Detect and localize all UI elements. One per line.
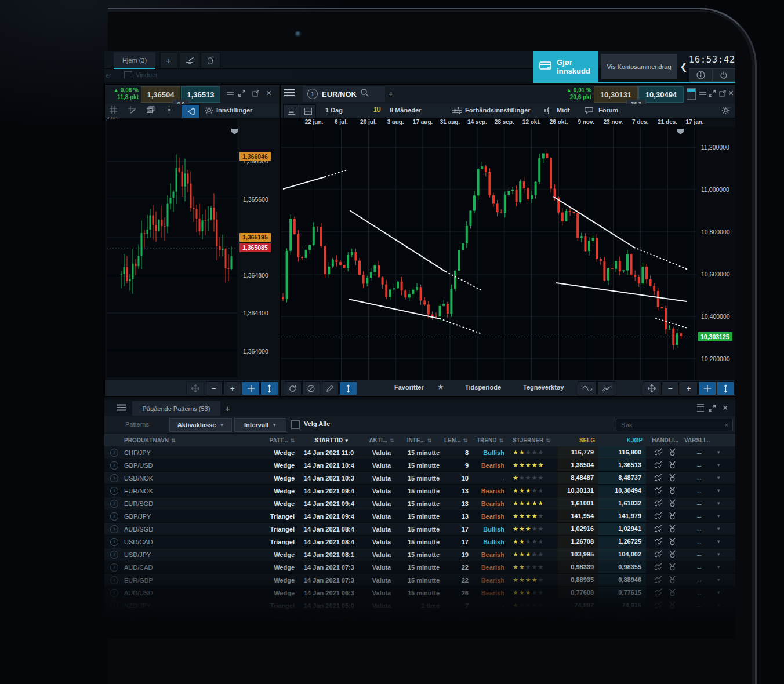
info-icon[interactable]: i [104, 487, 124, 495]
col-pattern[interactable]: PATT...⇅ [217, 437, 298, 443]
pencil-tool-button[interactable] [321, 381, 339, 395]
col-kjop[interactable]: KJØP [598, 437, 646, 443]
filter-patterns-label[interactable]: Patterns [125, 421, 149, 428]
pan-tool-button[interactable] [186, 381, 204, 395]
sell-price-button[interactable]: 1,61001 [558, 497, 598, 510]
autoscale-button[interactable] [717, 381, 735, 395]
pattern-row[interactable]: iEUR/NOKWedge14 Jan 2021 09:4Valuta15 mi… [104, 485, 735, 497]
add-symbol-tab-button[interactable]: + [389, 89, 394, 99]
autoscale-button[interactable] [260, 381, 278, 395]
presets-button[interactable]: Forhåndsinnstillinger [465, 107, 530, 114]
buy-price-button[interactable]: 116,800 [598, 446, 646, 459]
trade-chart-icon[interactable] [654, 448, 663, 457]
alert-cell[interactable]: --▼ [684, 462, 731, 469]
info-button[interactable] [689, 68, 712, 82]
pattern-row[interactable]: iUSD/NOKWedge14 Jan 2021 10:3Valuta15 mi… [104, 472, 735, 485]
sell-price-button[interactable]: 1,02916 [558, 523, 598, 535]
price-range-tool-button[interactable] [339, 381, 357, 395]
buy-price-button[interactable]: 126,274 [598, 612, 646, 624]
new-tab-button[interactable]: + [225, 403, 230, 413]
pointer-tool-button[interactable] [182, 104, 200, 118]
search-input[interactable] [616, 421, 725, 428]
alert-cell[interactable]: --▼ [684, 449, 731, 456]
layout-selector-icon[interactable] [687, 88, 696, 100]
buy-price-button[interactable]: 10,30494 [598, 485, 646, 497]
pattern-row[interactable]: iEUR/GBPWedge14 Jan 2021 07:3Valuta15 mi… [104, 574, 735, 587]
trade-chart-icon[interactable] [654, 499, 663, 508]
alert-medal-icon[interactable] [669, 588, 676, 598]
alert-cell[interactable]: --▼ [684, 615, 731, 622]
settings-label[interactable]: Innstillinger [216, 107, 252, 114]
sell-price-button[interactable]: 74,897 [558, 599, 598, 612]
alert-cell[interactable]: --▼ [684, 577, 731, 584]
main-chart-canvas[interactable] [281, 127, 696, 380]
info-icon[interactable]: i [104, 525, 124, 533]
alert-medal-icon[interactable] [669, 576, 676, 585]
forum-button[interactable]: Forum [598, 107, 618, 114]
gear-icon[interactable] [721, 106, 730, 115]
zoom-in-button[interactable]: + [223, 381, 241, 395]
interval-dropdown[interactable]: Intervall▼ [234, 418, 286, 432]
tab-pagaende-patterns[interactable]: Pågående Patterns (53) [132, 401, 220, 416]
alert-medal-icon[interactable] [669, 563, 676, 572]
edit-workspace-icon[interactable] [180, 52, 199, 68]
trade-chart-icon[interactable] [654, 550, 663, 559]
info-icon[interactable]: i [104, 461, 124, 470]
sell-price-button[interactable]: 103,995 [558, 548, 598, 561]
period-button[interactable]: 1 Dag [325, 107, 343, 114]
new-window-mouse-icon[interactable] [201, 52, 220, 68]
menu-icon[interactable] [117, 404, 126, 411]
clear-search-icon[interactable]: × [725, 421, 732, 428]
left-chart-canvas[interactable] [107, 119, 237, 377]
alert-medal-icon[interactable] [669, 627, 676, 636]
info-icon[interactable]: i [104, 500, 124, 508]
sell-price-button[interactable]: 1,26708 [558, 536, 598, 548]
menu-icon[interactable] [284, 89, 295, 97]
pattern-row[interactable]: iAUD/CADWedge14 Jan 2021 07:3Valuta15 mi… [104, 561, 735, 574]
expand-icon[interactable] [709, 90, 716, 97]
buy-price-button[interactable]: 104,002 [598, 548, 646, 561]
close-icon[interactable]: × [723, 403, 728, 413]
trade-chart-icon[interactable] [654, 576, 663, 584]
pattern-row[interactable]: iNZD/JPYTriangel14 Jan 2021 05:0Valuta1 … [104, 599, 735, 612]
alert-cell[interactable]: --▼ [684, 551, 731, 558]
zoom-out-button[interactable]: − [205, 381, 223, 395]
col-sel g[interactable]: SELG [558, 437, 598, 443]
layout-grid-icon[interactable] [300, 104, 316, 118]
trade-chart-icon[interactable] [654, 563, 663, 572]
trade-chart-icon[interactable] [654, 627, 663, 635]
alert-medal-icon[interactable] [669, 474, 676, 483]
info-icon[interactable]: i [104, 627, 124, 635]
alert-cell[interactable]: --▼ [684, 500, 731, 507]
pattern-row[interactable]: iAUD/SGDTriangel14 Jan 2021 08:4Valuta15… [104, 523, 735, 536]
pattern-row[interactable]: iCHF/JPYWedge14 Jan 2021 11:0Valuta15 mi… [104, 446, 735, 459]
alert-medal-icon[interactable] [669, 512, 676, 521]
zoom-in-button[interactable]: + [680, 381, 698, 395]
info-icon[interactable]: i [104, 551, 124, 559]
alert-medal-icon[interactable] [669, 601, 676, 610]
close-icon[interactable]: × [728, 88, 734, 99]
layers-tool-icon[interactable] [147, 106, 155, 114]
trade-chart-icon[interactable] [654, 474, 663, 482]
buy-price-button[interactable]: 141,979 [598, 510, 646, 522]
buy-price-button[interactable]: 8,48737 [598, 472, 646, 484]
alert-cell[interactable]: --▼ [684, 539, 731, 545]
sell-price-button[interactable]: 1,36504 [558, 459, 598, 471]
trade-chart-icon[interactable] [654, 512, 663, 521]
crosshair-mode-button[interactable] [698, 381, 716, 395]
info-icon[interactable]: i [104, 563, 124, 572]
buy-price-button[interactable]: 1,26725 [598, 536, 646, 548]
col-intervall[interactable]: INTE...⇅ [398, 437, 441, 443]
col-lengde[interactable]: LEN...⇅ [441, 437, 471, 443]
power-button[interactable] [712, 68, 735, 82]
info-icon[interactable]: i [104, 512, 124, 521]
close-icon[interactable]: × [266, 88, 271, 99]
buy-price-button[interactable]: 1,02941 [598, 523, 646, 535]
refresh-button[interactable] [284, 381, 302, 395]
buy-price-button[interactable]: 74,916 [598, 599, 646, 612]
pattern-row[interactable]: iUSD/CADTriangel14 Jan 2021 08:4Valuta15… [104, 536, 735, 548]
left-price-axis[interactable]: 1,3660001,3656001,3648001,3644001,364000… [238, 119, 279, 377]
account-summary-button[interactable]: Vis Kontosammendrag [601, 54, 677, 79]
alert-cell[interactable]: --▼ [684, 602, 731, 609]
sell-price-button[interactable]: 0,88935 [558, 574, 598, 586]
